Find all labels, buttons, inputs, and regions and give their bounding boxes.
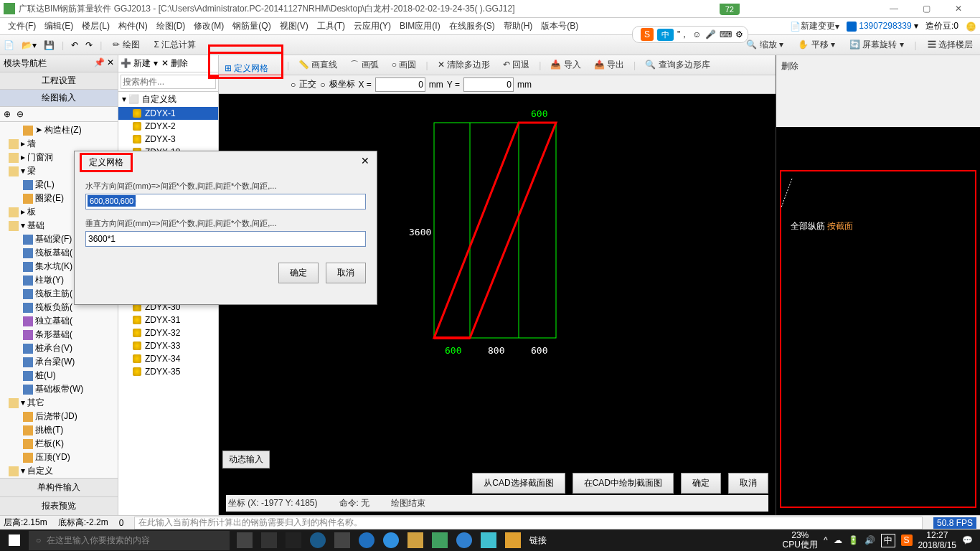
- minimize-button[interactable]: —: [883, 4, 905, 14]
- new-change-button[interactable]: 📄 新建变更 ▾: [790, 20, 839, 32]
- tree-item[interactable]: 独立基础(: [1, 314, 116, 328]
- tree-item[interactable]: 承台梁(W): [1, 355, 116, 369]
- task-view-icon[interactable]: [237, 532, 253, 548]
- app-icon-3[interactable]: [334, 532, 350, 548]
- app-icon-6[interactable]: [481, 532, 496, 548]
- dynamic-input-button[interactable]: 动态输入: [222, 451, 270, 468]
- menu-item[interactable]: 修改(M): [189, 19, 228, 32]
- select-floor-button[interactable]: ☰ 选择楼层: [924, 37, 976, 52]
- edge-legacy-icon[interactable]: [310, 532, 326, 548]
- export-button[interactable]: 📤 导出: [590, 57, 628, 72]
- ok-button[interactable]: 确定: [681, 473, 721, 494]
- rotate-button[interactable]: 🔄 屏幕旋转 ▾: [846, 37, 908, 52]
- menu-item[interactable]: 版本号(B): [537, 19, 583, 32]
- app-icon-1[interactable]: [261, 532, 277, 548]
- ime-face-icon[interactable]: ☺: [692, 29, 701, 39]
- tree-item[interactable]: 挑檐(T): [1, 423, 116, 437]
- menu-item[interactable]: BIM应用(I): [395, 19, 445, 32]
- expand-icon[interactable]: ⊕: [4, 109, 11, 119]
- menu-item[interactable]: 楼层(L): [77, 19, 114, 32]
- in-cad-button[interactable]: 在CAD中绘制截面图: [573, 473, 674, 494]
- dialog-close-button[interactable]: ✕: [361, 155, 369, 170]
- tray-clock[interactable]: 12:272018/8/15: [918, 530, 956, 551]
- tree-item[interactable]: ▸ 墙: [1, 137, 116, 151]
- x-input[interactable]: [375, 77, 425, 92]
- menu-item[interactable]: 文件(F): [4, 19, 40, 32]
- start-button[interactable]: [0, 529, 29, 551]
- tab-draw-input[interactable]: 绘图输入: [0, 90, 118, 107]
- tray-icon-1[interactable]: ☁: [834, 535, 842, 545]
- undo-button[interactable]: ↶ 回退: [499, 57, 533, 72]
- explorer-icon[interactable]: [407, 532, 423, 548]
- clear-polygon-button[interactable]: ✕ 清除多边形: [434, 57, 494, 72]
- pin-icon[interactable]: 📌 ✕: [94, 57, 114, 70]
- tab-single-input[interactable]: 单构件输入: [0, 478, 118, 496]
- save-icon[interactable]: 💾: [44, 40, 55, 50]
- draw-circle-button[interactable]: ○ 画圆: [388, 57, 420, 72]
- sum-button[interactable]: Σ 汇总计算: [151, 37, 200, 52]
- link-label[interactable]: 链接: [529, 534, 547, 547]
- pan-button[interactable]: ✋ 平移 ▾: [794, 37, 839, 52]
- right-delete-button[interactable]: 删除: [779, 58, 977, 75]
- tab-report-preview[interactable]: 报表预览: [0, 496, 118, 515]
- list-item[interactable]: ZDYX-31: [118, 314, 218, 326]
- menu-item[interactable]: 工具(T): [313, 19, 349, 32]
- taskbar-search[interactable]: ○ 在这里输入你要搜索的内容: [29, 531, 230, 550]
- list-item[interactable]: ZDYX-1: [118, 107, 218, 120]
- ie-icon[interactable]: [383, 532, 399, 548]
- list-item[interactable]: ZDYX-2: [118, 120, 218, 133]
- new-component-button[interactable]: ➕ 新建 ▾: [121, 57, 158, 70]
- notification-icon[interactable]: 💬: [962, 535, 973, 545]
- tray-ime-icon[interactable]: 中: [881, 534, 895, 547]
- menu-item[interactable]: 帮助(H): [499, 19, 537, 32]
- tray-up-icon[interactable]: ^: [824, 535, 828, 545]
- ime-keyboard-icon[interactable]: ⌨: [720, 29, 732, 39]
- maximize-button[interactable]: ▢: [915, 4, 937, 14]
- menu-item[interactable]: 钢筋量(Q): [228, 19, 275, 32]
- tree-item[interactable]: 后浇带(JD): [1, 410, 116, 423]
- list-item[interactable]: ZDYX-35: [118, 365, 218, 378]
- dialog-ok-button[interactable]: 确定: [278, 263, 319, 283]
- status-hint-input[interactable]: [134, 517, 923, 529]
- draw-arc-button[interactable]: ⌒ 画弧: [347, 57, 382, 72]
- ime-indicator[interactable]: S 中 "， ☺ 🎤 ⌨ ⚙: [632, 26, 748, 43]
- draw-button[interactable]: ✏ 绘图: [109, 37, 143, 52]
- tray-volume-icon[interactable]: 🔊: [864, 535, 875, 545]
- menu-item[interactable]: 编辑(E): [40, 19, 77, 32]
- list-item[interactable]: ZDYX-3: [118, 133, 218, 146]
- tree-item[interactable]: 栏板(K): [1, 437, 116, 451]
- app-icon-2[interactable]: [286, 532, 301, 548]
- edge-icon[interactable]: [359, 532, 374, 548]
- import-button[interactable]: 📥 导入: [547, 57, 584, 72]
- draw-line-button[interactable]: 📏 画直线: [295, 57, 341, 72]
- ortho-radio[interactable]: 正交: [299, 78, 316, 90]
- open-file-icon[interactable]: 📂▾: [22, 40, 37, 50]
- v-spacing-input[interactable]: [85, 231, 366, 247]
- list-item[interactable]: ZDYX-32: [118, 326, 218, 339]
- redo-icon[interactable]: ↷: [85, 40, 93, 50]
- cancel-button[interactable]: 取消: [728, 473, 768, 494]
- ime-mic-icon[interactable]: 🎤: [705, 29, 716, 39]
- tree-item[interactable]: ▾ 自定义: [1, 464, 116, 478]
- zoom-button[interactable]: 🔍 缩放 ▾: [743, 37, 787, 52]
- user-info[interactable]: 13907298339 ▾: [847, 21, 918, 32]
- tab-project-settings[interactable]: 工程设置: [0, 72, 118, 90]
- undo-icon[interactable]: ↶: [71, 40, 78, 50]
- ime-settings-icon[interactable]: ⚙: [735, 29, 743, 39]
- tray-icon-2[interactable]: 🔋: [848, 535, 859, 545]
- tree-item[interactable]: 桩(U): [1, 369, 116, 382]
- list-root[interactable]: ▾ ⬜ 自定义线: [118, 92, 218, 107]
- collapse-icon[interactable]: ⊖: [17, 109, 24, 119]
- menu-item[interactable]: 视图(V): [275, 19, 313, 32]
- close-button[interactable]: ✕: [948, 4, 969, 14]
- list-item[interactable]: ZDYX-33: [118, 339, 218, 352]
- app-icon-5[interactable]: [456, 532, 472, 548]
- polar-radio[interactable]: 极坐标: [329, 78, 355, 90]
- y-input[interactable]: [463, 77, 514, 92]
- menu-item[interactable]: 构件(N): [114, 19, 152, 32]
- menu-item[interactable]: 云应用(Y): [349, 19, 395, 32]
- tree-item[interactable]: 桩承台(V): [1, 342, 116, 355]
- tree-item[interactable]: 压顶(YD): [1, 451, 116, 464]
- menu-item[interactable]: 绘图(D): [152, 19, 190, 32]
- list-item[interactable]: ZDYX-34: [118, 352, 218, 365]
